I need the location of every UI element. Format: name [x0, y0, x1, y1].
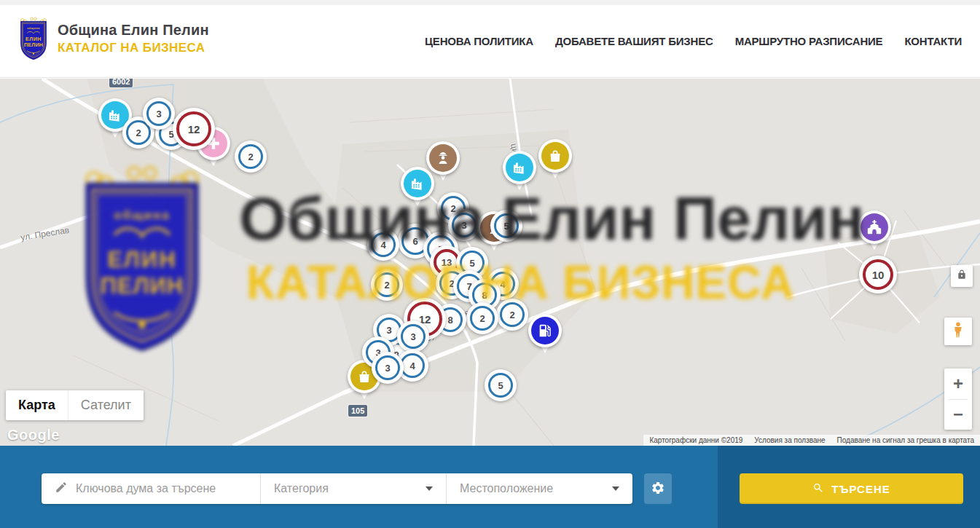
- pin-head: [503, 151, 536, 184]
- map-data-attribution: Картографски данни ©2019: [649, 436, 742, 444]
- svg-text:ПЕЛИН: ПЕЛИН: [101, 273, 184, 299]
- factory-icon: [506, 154, 533, 181]
- map-pin-fuel[interactable]: [528, 314, 562, 358]
- top-strip: [0, 0, 980, 5]
- nav-item-3[interactable]: КОНТАКТИ: [904, 35, 962, 47]
- cluster-marker[interactable]: 10: [859, 256, 897, 293]
- pin-head: [528, 314, 562, 347]
- search-icon: [812, 482, 824, 496]
- filter-bar: Категория Местоположение: [42, 473, 632, 504]
- map-type-map-button[interactable]: Карта: [6, 390, 68, 420]
- map-type-satellite-button[interactable]: Сателит: [68, 390, 144, 420]
- route-badge: 105: [348, 405, 367, 417]
- site-title: Община Елин Пелин: [58, 22, 209, 39]
- main-nav: ЦЕНОВА ПОЛИТИКАДОБАВЕТЕ ВАШИЯТ БИЗНЕСМАР…: [425, 5, 962, 77]
- watermark-title: Община Елин Пелин: [239, 188, 864, 249]
- page: общинаЕЛИНПЕЛИН Община Елин Пелин КАТАЛО…: [0, 0, 980, 528]
- cluster-marker[interactable]: 3: [143, 98, 175, 130]
- cluster-count: 3: [146, 101, 171, 126]
- cluster-count: 2: [238, 144, 263, 169]
- cluster-count: 12: [176, 111, 211, 146]
- cluster-marker[interactable]: 2: [235, 141, 267, 173]
- cluster-count: 5: [488, 373, 513, 398]
- cluster-marker[interactable]: 3: [397, 320, 429, 352]
- map-type-control: Карта Сателит: [6, 390, 144, 420]
- watermark-subtitle: КАТАЛОГ НА БИЗНЕСА: [246, 259, 795, 306]
- svg-text:ЕЛИН: ЕЛИН: [107, 247, 176, 272]
- svg-text:ПЕЛИН: ПЕЛИН: [24, 42, 43, 48]
- brand[interactable]: общинаЕЛИНПЕЛИН Община Елин Пелин КАТАЛО…: [16, 16, 209, 61]
- cluster-marker[interactable]: 12: [173, 108, 215, 150]
- advanced-settings-button[interactable]: [644, 473, 672, 504]
- search-button-label: ТЪРСЕНЕ: [831, 483, 890, 495]
- header: общинаЕЛИНПЕЛИН Община Елин Пелин КАТАЛО…: [0, 5, 980, 78]
- municipality-logo: общинаЕЛИНПЕЛИН: [16, 16, 51, 61]
- nav-item-0[interactable]: ЦЕНОВА ПОЛИТИКА: [425, 35, 533, 47]
- nav-item-1[interactable]: ДОБАВЕТЕ ВАШИЯТ БИЗНЕС: [555, 35, 713, 47]
- watermark-shield-logo: общинаЕЛИНПЕЛИН: [69, 159, 215, 362]
- zoom-control: + −: [944, 369, 972, 430]
- map-attribution: Картографски данни ©2019Условия за ползв…: [643, 435, 980, 446]
- route-badge: 6002: [109, 79, 133, 87]
- lock-button[interactable]: [951, 265, 973, 287]
- gear-icon: [651, 481, 665, 497]
- map-canvas[interactable]: 6002105 ул. Преславбул. „Новоселция 2531…: [0, 79, 980, 446]
- search-bar: Категория Местоположение ТЪРСЕНЕ: [0, 446, 980, 528]
- category-select[interactable]: Категория: [260, 473, 446, 504]
- zoom-in-button[interactable]: +: [944, 369, 972, 399]
- chevron-down-icon: [426, 486, 433, 491]
- keyword-field[interactable]: [42, 473, 260, 504]
- location-select-label: Местоположение: [460, 482, 553, 495]
- nav-item-2[interactable]: МАРШРУТНО РАЗПИСАНИЕ: [735, 35, 883, 47]
- google-logo[interactable]: Google: [7, 427, 60, 444]
- report-error-link[interactable]: Подаване на сигнал за грешка в картата: [837, 436, 974, 444]
- cluster-marker[interactable]: 3: [372, 352, 404, 384]
- bag-icon: [541, 142, 569, 170]
- location-select[interactable]: Местоположение: [446, 473, 632, 504]
- lock-icon: [957, 269, 967, 283]
- map-pin-bag[interactable]: [538, 139, 572, 183]
- chevron-down-icon: [612, 486, 619, 491]
- cluster-count: 3: [375, 355, 400, 380]
- cluster-count: 10: [863, 259, 893, 290]
- cluster-count: 3: [401, 324, 426, 349]
- cluster-count: 2: [470, 306, 495, 331]
- svg-text:ЕЛИН: ЕЛИН: [26, 36, 42, 42]
- cluster-marker[interactable]: 5: [485, 369, 517, 401]
- svg-text:община: община: [114, 208, 170, 222]
- church-icon: [861, 213, 888, 241]
- keyword-input[interactable]: [76, 482, 251, 495]
- svg-text:община: община: [27, 26, 40, 30]
- pegman-button[interactable]: [944, 318, 972, 345]
- pegman-icon: [949, 320, 968, 342]
- cluster-count: 4: [400, 353, 425, 378]
- pencil-icon: [55, 481, 68, 497]
- fuel-icon: [531, 317, 559, 344]
- search-button[interactable]: ТЪРСЕНЕ: [740, 473, 963, 504]
- pin-head: [538, 139, 572, 173]
- terms-link[interactable]: Условия за ползване: [754, 436, 825, 444]
- zoom-out-button[interactable]: −: [944, 400, 972, 430]
- site-subtitle: КАТАЛОГ НА БИЗНЕСА: [58, 41, 209, 55]
- category-select-label: Категория: [274, 482, 329, 495]
